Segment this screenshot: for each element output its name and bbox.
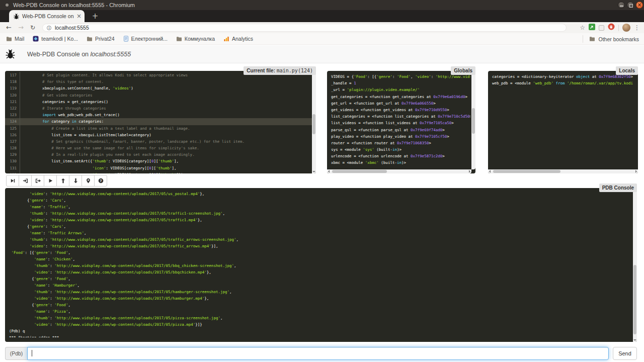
current-file-badge: Current file: main.py(124) xyxy=(244,66,316,75)
minimize-button[interactable] xyxy=(618,2,625,9)
window-dot-icon xyxy=(6,4,9,7)
next-button[interactable] xyxy=(6,175,19,187)
command-prompt-row: (Pdb) Send xyxy=(5,347,637,360)
output-line: VIDEOS = {'Food': [{'genre': 'Food', 'vi… xyxy=(331,73,470,80)
scrollbar-thumb[interactable] xyxy=(493,170,560,173)
chart-icon xyxy=(223,36,229,42)
scrollbar-thumb[interactable] xyxy=(332,170,387,173)
continue-button[interactable] xyxy=(44,175,57,187)
close-window-button[interactable]: × xyxy=(636,2,643,9)
output-line: web_pdb = <module 'web_pdb' from '/home/… xyxy=(492,80,633,86)
page-header: Web-PDB Console on localhost:5555 xyxy=(0,45,644,63)
code-line: 126 list_item = xbmcgui.ListItem(label=c… xyxy=(5,132,312,138)
globals-vertical-scrollbar[interactable] xyxy=(471,71,475,169)
up-button[interactable] xyxy=(56,175,69,187)
browser-toolbar: ← → ↻ localhost:5555 ☆ ⋮ xyxy=(0,22,644,33)
output-line: get_categories = <function get_categorie… xyxy=(331,94,470,100)
output-line: {'genre': 'Cars', xyxy=(9,223,631,230)
output-line: categories = <dictionary-keyiterator obj… xyxy=(492,73,633,80)
play-icon xyxy=(48,178,53,184)
console-vertical-scrollbar[interactable] xyxy=(633,188,637,342)
pdb-prompt-label: (Pdb) xyxy=(5,347,27,360)
output-line: list_categories = <function list_categor… xyxy=(331,113,470,120)
line-number: 126 xyxy=(5,132,20,138)
code-vertical-scrollbar[interactable] xyxy=(312,71,316,173)
console-lines: 'video': 'http://www.vidsplay.com/wp-con… xyxy=(9,191,631,337)
forward-icon[interactable]: → xyxy=(18,22,24,33)
command-input[interactable] xyxy=(27,347,609,360)
pdb-console-panel: PDB Console 'video': 'http://www.vidspla… xyxy=(5,188,637,342)
down-button[interactable] xyxy=(69,175,82,187)
scroll-down-icon[interactable] xyxy=(312,171,315,172)
code-lines: 117 # Set plugin content. It allows Kodi… xyxy=(5,72,312,173)
scroll-left-icon[interactable] xyxy=(328,170,330,173)
extension-gray-icon[interactable] xyxy=(599,25,604,31)
help-button[interactable]: ? xyxy=(94,175,107,187)
output-line: _handle = 1 xyxy=(331,80,470,86)
line-number: 117 xyxy=(5,72,20,78)
code-line: 122 # Iterate through categories xyxy=(5,105,312,112)
code-line: 123 import web_pdb;web_pdb.set_trace() xyxy=(5,112,312,118)
bookmark-item[interactable]: Analytics xyxy=(223,36,253,42)
bookmark-label: Коммуналка xyxy=(185,36,215,42)
bookmarks-list: Mailteamkodi | Ko...Privat24Електронний.… xyxy=(6,33,253,44)
tab-title: Web-PDB Console on loca xyxy=(22,10,74,22)
code-line: 125 # Create a list item with a text lab… xyxy=(5,125,312,132)
window-controls: × xyxy=(618,2,643,9)
line-number: 118 xyxy=(5,78,20,85)
globals-horizontal-scrollbar[interactable] xyxy=(327,169,471,173)
page-title-host: localhost:5555 xyxy=(91,51,131,58)
where-button[interactable] xyxy=(82,175,95,187)
bookmark-item[interactable]: teamkodi | Ko... xyxy=(33,36,78,42)
scroll-down-icon[interactable] xyxy=(633,339,636,341)
output-line: 'video': 'http://www.vidsplay.com/wp-con… xyxy=(9,295,631,302)
browser-menu-icon[interactable]: ⋮ xyxy=(634,24,640,31)
extension-red-hand-icon[interactable] xyxy=(608,23,615,32)
bookmark-star-icon[interactable]: ☆ xyxy=(580,24,585,31)
scroll-right-icon[interactable] xyxy=(469,170,470,173)
extension-green-icon[interactable] xyxy=(589,23,595,32)
globals-panel: Globals VIDEOS = {'Food': [{'genre': 'Fo… xyxy=(327,71,475,173)
tab-close-icon[interactable]: × xyxy=(76,10,82,22)
bookmark-item[interactable]: Mail xyxy=(6,36,24,42)
svg-text:?: ? xyxy=(100,179,102,183)
locals-horizontal-scrollbar[interactable] xyxy=(488,169,638,173)
toolbar-right-cluster: ☆ ⋮ xyxy=(580,22,640,33)
scrollbar-thumb[interactable] xyxy=(633,265,636,334)
url-text: localhost:5555 xyxy=(55,24,89,31)
scrollbar-thumb[interactable] xyxy=(312,114,315,135)
code-line: 131 'icon': VIDEOS[category][0]['thumb']… xyxy=(5,165,312,171)
bookmark-item[interactable]: Коммуналка xyxy=(176,36,215,42)
reload-icon[interactable]: ↻ xyxy=(30,22,35,33)
locals-panel: Locals categories = <dictionary-keyitera… xyxy=(488,71,638,173)
bookmark-item[interactable]: Електронний... xyxy=(123,36,168,42)
output-line: *** Aborting addon *** xyxy=(9,334,631,337)
scrollbar-thumb[interactable] xyxy=(472,108,475,134)
code-line: 119 xbmcplugin.setContent(_handle, 'vide… xyxy=(5,85,312,92)
line-number: 124 xyxy=(5,118,20,125)
output-line: 'video': 'http://www.vidsplay.com/wp-con… xyxy=(9,269,631,276)
other-bookmarks-label: Other bookmarks xyxy=(598,36,639,42)
line-number: 131 xyxy=(5,165,20,171)
browser-tab[interactable]: Web-PDB Console on loca × xyxy=(9,10,85,22)
bookmark-label: teamkodi | Ko... xyxy=(41,36,78,42)
locals-lines: categories = <dictionary-keyiterator obj… xyxy=(492,73,633,169)
profile-avatar[interactable] xyxy=(622,24,630,32)
back-icon[interactable]: ← xyxy=(6,22,12,33)
pdb-console-badge: PDB Console xyxy=(599,184,637,192)
maximize-button[interactable] xyxy=(627,2,634,9)
bookmarks-bar: Mailteamkodi | Ko...Privat24Електронний.… xyxy=(0,33,644,45)
step-into-button[interactable] xyxy=(19,175,32,187)
new-tab-button[interactable]: + xyxy=(91,12,100,21)
line-number: 120 xyxy=(5,92,20,99)
bookmark-item[interactable]: Privat24 xyxy=(87,36,115,42)
output-line: 'thumb': 'http://www.vidsplay.com/wp-con… xyxy=(9,236,631,243)
site-info-icon[interactable] xyxy=(47,26,51,30)
scroll-right-icon[interactable] xyxy=(635,170,637,173)
send-button[interactable]: Send xyxy=(613,347,637,360)
step-forward-icon xyxy=(10,178,16,184)
other-bookmarks-button[interactable]: Other bookmarks xyxy=(583,35,639,43)
return-button[interactable] xyxy=(31,175,44,187)
scroll-left-icon[interactable] xyxy=(489,170,491,173)
address-bar[interactable]: localhost:5555 xyxy=(42,24,567,32)
